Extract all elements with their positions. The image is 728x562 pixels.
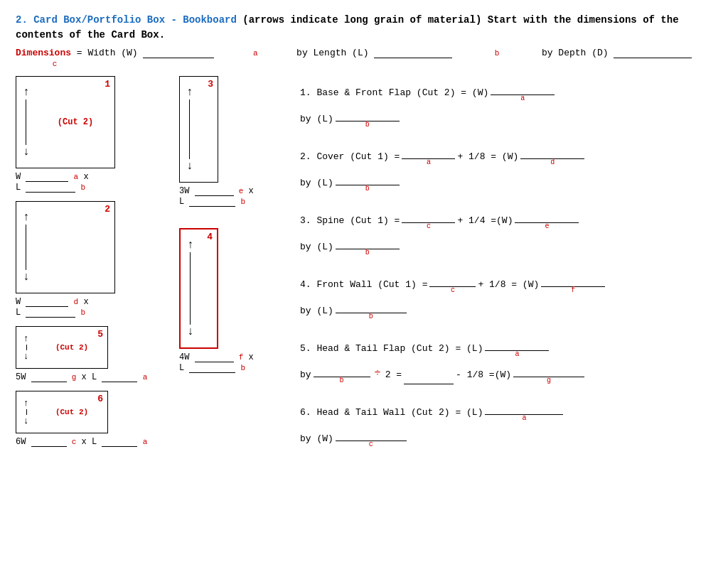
- formula5: 5. Head & Tail Flap (Cut 2) = (L) a by b…: [300, 332, 712, 384]
- box1-dims: W a x L b: [16, 171, 172, 193]
- box4-arrow: ↑ ↓: [181, 229, 200, 347]
- formula1-line2: by (L) b: [300, 102, 712, 129]
- formula4: 4. Front Wall (Cut 1) = c + 1/8 = (W) f …: [300, 268, 712, 320]
- box6-diagram: 6 ↑ ↓ (Cut 2): [16, 391, 108, 433]
- right-column: 1. Base & Front Flap (Cut 2) = (W) a by …: [286, 76, 712, 460]
- formula5-line1: 5. Head & Tail Flap (Cut 2) = (L) a: [300, 332, 712, 358]
- box2-number: 2: [105, 204, 110, 215]
- formula3-line2: by (L) b: [300, 230, 712, 256]
- box3-container: 3 ↑ ↓ 3W e x L: [179, 76, 286, 207]
- box3-diagram: 3 ↑ ↓: [179, 76, 218, 183]
- formula6-line2: by (W) c: [300, 422, 712, 448]
- box2-container: 2 ↑ ↓ W d x L: [16, 201, 172, 318]
- box1-number: 1: [105, 79, 110, 90]
- formula6: 6. Head & Tail Wall (Cut 2) = (L) a by (…: [300, 396, 712, 448]
- box6-label: (Cut 2): [55, 408, 88, 416]
- box4-diagram: 4 ↑ ↓: [179, 228, 218, 349]
- box4-number: 4: [207, 232, 213, 242]
- formula2-line2: by (L) b: [300, 166, 712, 193]
- box3-dims: 3W e x L b: [179, 185, 286, 207]
- box6-arrow: ↑ ↓: [16, 391, 36, 433]
- box5-arrow: ↑ ↓: [16, 327, 36, 368]
- box5-number: 5: [97, 329, 103, 340]
- formula2: 2. Cover (Cut 1) = a + 1/8 = (W) d by (L…: [300, 140, 712, 193]
- dimensions-line: Dimensions = Width (W) a by Length (L) b…: [16, 47, 712, 69]
- box6-container: 6 ↑ ↓ (Cut 2) 6W: [16, 391, 172, 447]
- formula6-line1: 6. Head & Tail Wall (Cut 2) = (L) a: [300, 396, 712, 422]
- box4-container: 4 ↑ ↓ 4W f x L: [179, 228, 286, 373]
- left-column: 1 ↑ ↓ (Cut 2) W: [16, 76, 172, 460]
- box5-dims: 5W g x L a: [16, 372, 172, 382]
- box6-dims: 6W c x L a: [16, 436, 172, 447]
- box1-container: 1 ↑ ↓ (Cut 2) W: [16, 76, 172, 193]
- formula5-line2: by b ÷ 2 = - 1/8 =(W) g: [300, 358, 712, 384]
- box5-label: (Cut 2): [55, 343, 88, 352]
- box3-number: 3: [208, 79, 213, 90]
- box3-arrow: ↑ ↓: [180, 77, 200, 182]
- box2-diagram: 2 ↑ ↓: [16, 201, 115, 293]
- box1-diagram: 1 ↑ ↓ (Cut 2): [16, 76, 115, 168]
- box1-arrow: ↑ ↓: [16, 77, 36, 168]
- formula2-line1: 2. Cover (Cut 1) = a + 1/8 = (W) d: [300, 140, 712, 166]
- formula3: 3. Spine (Cut 1) = c + 1/4 =(W) e by (L): [300, 204, 712, 256]
- box5-container: 5 ↑ ↓ (Cut 2) 5W: [16, 326, 172, 382]
- formula1-line1: 1. Base & Front Flap (Cut 2) = (W) a: [300, 76, 712, 102]
- box2-arrow: ↑ ↓: [16, 202, 36, 293]
- box4-dims: 4W f x L b: [179, 352, 286, 373]
- page-title: 2. Card Box/Portfolio Box - Bookboard (a…: [16, 13, 712, 43]
- formula4-line2: by (L) b: [300, 294, 712, 320]
- formula1: 1. Base & Front Flap (Cut 2) = (W) a by …: [300, 76, 712, 129]
- formula3-line1: 3. Spine (Cut 1) = c + 1/4 =(W) e: [300, 204, 712, 230]
- mid-column: 3 ↑ ↓ 3W e x L: [172, 76, 286, 460]
- box2-dims: W d x L b: [16, 296, 172, 318]
- box1-label: (Cut 2): [58, 117, 93, 127]
- formula4-line1: 4. Front Wall (Cut 1) = c + 1/8 = (W) f: [300, 268, 712, 294]
- box6-number: 6: [97, 394, 103, 404]
- box5-diagram: 5 ↑ ↓ (Cut 2): [16, 326, 108, 369]
